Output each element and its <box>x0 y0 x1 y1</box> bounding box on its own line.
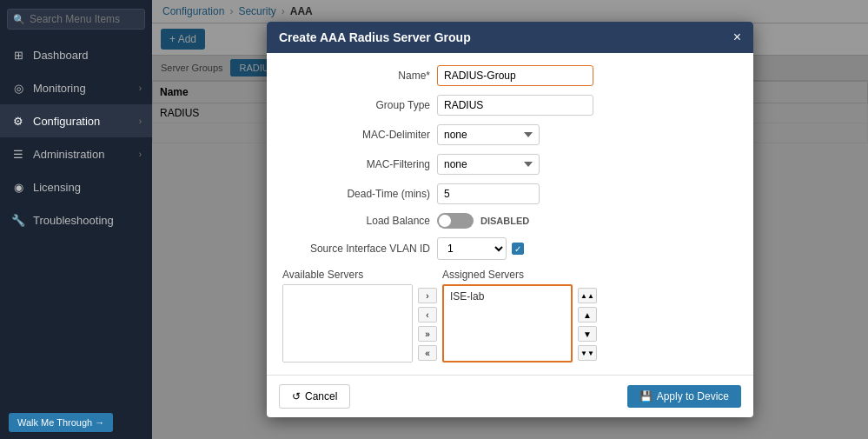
dialog: Create AAA Radius Server Group × Name* G… <box>267 22 753 417</box>
vlan-label: Source Interface VLAN ID <box>282 243 430 255</box>
vlan-row: 1 ✓ <box>437 237 524 260</box>
assigned-servers-panel: Assigned Servers ISE-lab <box>442 269 573 363</box>
move-up-button[interactable]: ▲ <box>578 307 597 323</box>
vlan-select[interactable]: 1 <box>437 237 507 260</box>
configuration-icon: ⚙ <box>10 113 26 129</box>
apply-icon: 💾 <box>639 390 653 402</box>
load-balance-toggle-wrap: DISABLED <box>437 213 529 229</box>
sidebar-item-monitoring[interactable]: ◎ Monitoring › <box>0 71 152 104</box>
search-input[interactable] <box>30 13 139 25</box>
mac-filtering-label: MAC-Filtering <box>282 158 430 170</box>
servers-section: Available Servers › ‹ » « Assigned Serve… <box>282 269 738 363</box>
sidebar-item-label: Configuration <box>33 115 132 128</box>
move-bottom-button[interactable]: ▼▼ <box>578 345 597 361</box>
move-top-button[interactable]: ▲▲ <box>578 288 597 303</box>
dead-time-label: Dead-Time (mins) <box>282 188 430 200</box>
cancel-icon: ↺ <box>292 390 301 402</box>
sidebar-item-label: Monitoring <box>33 82 132 95</box>
form-row-load-balance: Load Balance DISABLED <box>282 213 738 229</box>
move-all-left-button[interactable]: « <box>418 345 437 361</box>
dialog-close-button[interactable]: × <box>733 30 741 44</box>
sidebar-item-label: Administration <box>33 148 132 161</box>
move-left-button[interactable]: ‹ <box>418 307 437 323</box>
dead-time-input[interactable] <box>437 183 540 204</box>
move-right-button[interactable]: › <box>418 288 437 303</box>
form-row-name: Name* <box>282 65 738 86</box>
vlan-checkbox[interactable]: ✓ <box>512 243 524 255</box>
mac-delimiter-select[interactable]: none <box>437 124 540 145</box>
form-row-mac-filter: MAC-Filtering none <box>282 154 738 175</box>
available-servers-label: Available Servers <box>282 269 413 281</box>
move-down-button[interactable]: ▼ <box>578 326 597 342</box>
dialog-body: Name* Group Type MAC-Delimiter none MAC-… <box>267 53 753 375</box>
group-type-label: Group Type <box>282 99 430 111</box>
reorder-arrows: ▲▲ ▲ ▼ ▼▼ <box>573 269 597 363</box>
load-balance-toggle[interactable] <box>437 213 474 229</box>
dialog-title: Create AAA Radius Server Group <box>279 30 471 44</box>
walk-through-section: Walk Me Through → <box>0 406 152 439</box>
mac-filtering-select[interactable]: none <box>437 154 540 175</box>
transfer-arrows: › ‹ » « <box>413 269 442 363</box>
apply-label: Apply to Device <box>657 390 729 402</box>
sidebar-item-label: Dashboard <box>33 49 142 62</box>
sidebar-item-dashboard[interactable]: ⊞ Dashboard <box>0 38 152 71</box>
group-type-input <box>437 95 593 116</box>
toggle-knob <box>439 215 451 227</box>
cancel-button[interactable]: ↺ Cancel <box>279 384 350 409</box>
available-servers-panel: Available Servers <box>282 269 413 363</box>
sidebar-item-configuration[interactable]: ⚙ Configuration › <box>0 104 152 137</box>
assigned-servers-label: Assigned Servers <box>442 269 573 281</box>
form-row-mac-delim: MAC-Delimiter none <box>282 124 738 145</box>
sidebar-item-licensing[interactable]: ◉ Licensing <box>0 170 152 203</box>
load-balance-value: DISABLED <box>480 216 529 226</box>
sidebar-item-label: Licensing <box>33 181 142 194</box>
licensing-icon: ◉ <box>10 179 26 195</box>
assigned-servers-box: ISE-lab <box>442 284 573 363</box>
search-box[interactable]: 🔍 <box>7 9 145 30</box>
cancel-label: Cancel <box>305 390 337 402</box>
apply-button[interactable]: 💾 Apply to Device <box>627 385 741 408</box>
sidebar: 🔍 ⊞ Dashboard ◎ Monitoring › ⚙ Configura… <box>0 0 152 439</box>
dialog-footer: ↺ Cancel 💾 Apply to Device <box>267 375 753 417</box>
search-icon: 🔍 <box>13 14 25 25</box>
form-row-vlan: Source Interface VLAN ID 1 ✓ <box>282 237 738 260</box>
sidebar-item-label: Troubleshooting <box>33 214 142 227</box>
name-input[interactable] <box>437 65 593 86</box>
walk-through-button[interactable]: Walk Me Through → <box>9 413 113 432</box>
modal-overlay: Create AAA Radius Server Group × Name* G… <box>152 0 868 439</box>
sidebar-item-administration[interactable]: ☰ Administration › <box>0 137 152 170</box>
dialog-header: Create AAA Radius Server Group × <box>267 22 753 53</box>
dashboard-icon: ⊞ <box>10 47 26 63</box>
name-label: Name* <box>282 70 430 82</box>
chevron-icon: › <box>139 150 142 159</box>
form-row-grouptype: Group Type <box>282 95 738 116</box>
move-all-right-button[interactable]: » <box>418 326 437 342</box>
troubleshooting-icon: 🔧 <box>10 212 26 228</box>
form-row-dead-time: Dead-Time (mins) <box>282 183 738 204</box>
load-balance-label: Load Balance <box>282 215 430 227</box>
assigned-server-item[interactable]: ISE-lab <box>447 289 568 304</box>
monitoring-icon: ◎ <box>10 80 26 96</box>
sidebar-item-troubleshooting[interactable]: 🔧 Troubleshooting <box>0 203 152 236</box>
mac-delimiter-label: MAC-Delimiter <box>282 129 430 141</box>
available-servers-box <box>282 284 413 363</box>
chevron-icon: › <box>139 83 142 93</box>
main-content: Configuration › Security › AAA + Add Ser… <box>152 0 868 439</box>
chevron-icon: › <box>139 116 142 126</box>
administration-icon: ☰ <box>10 146 26 162</box>
